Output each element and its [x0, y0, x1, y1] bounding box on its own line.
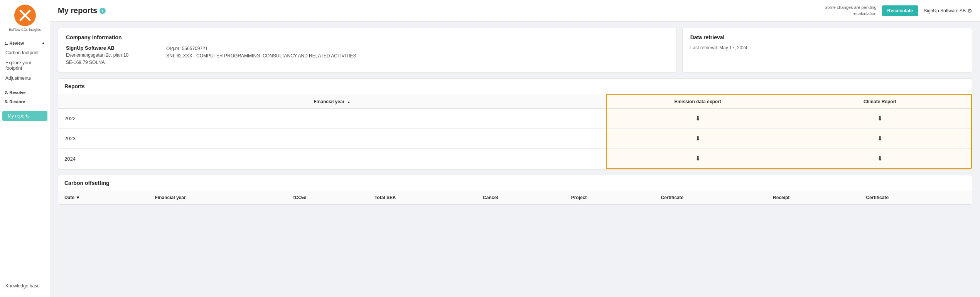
year-cell: 2023 — [58, 129, 606, 149]
page-title: My reports i — [58, 6, 106, 15]
company-address-line1: Evenemangsgatan 2c, plan 10 — [66, 52, 151, 59]
data-retrieval-card: Data retrieval Last retrieval: May 17, 2… — [682, 28, 972, 73]
carbon-offsetting-section: Carbon offsetting Date ▼Financial yeartC… — [58, 175, 972, 205]
sidebar-item-explore-footprint[interactable]: Explore your footprint — [0, 58, 50, 73]
retrieval-date: Last retrieval: May 17, 2024 — [690, 45, 964, 50]
offsetting-col-5: Project — [565, 191, 655, 205]
emission-download-button[interactable]: ⬇ — [692, 153, 703, 164]
review-chevron: ▲ — [41, 41, 45, 45]
offsetting-col-6: Certificate — [655, 191, 767, 205]
table-row: 2022 ⬇ ⬇ — [58, 109, 972, 129]
info-icon[interactable]: i — [100, 8, 106, 14]
app-logo[interactable] — [14, 5, 36, 26]
cards-row: Company information SignUp Software AB E… — [58, 28, 972, 73]
company-info-right: Org.nr: 5565709721 SNI: 62.XXX - COMPUTE… — [166, 45, 356, 66]
col-header-climate-report: Climate Report — [789, 95, 972, 109]
reports-section: Reports Financial year ▲ Emission data e… — [58, 78, 972, 169]
user-info: SignUp Software AB ⚙ — [924, 8, 972, 14]
reports-table: Financial year ▲ Emission data export Cl… — [58, 94, 972, 169]
climate-download-button[interactable]: ⬇ — [874, 113, 886, 124]
offsetting-table: Date ▼Financial yeartCO₂eTotal SEKCancel… — [58, 191, 972, 205]
main-content: My reports i Some changes are pending re… — [50, 0, 980, 297]
climate-report-cell: ⬇ — [789, 129, 972, 149]
company-info-card: Company information SignUp Software AB E… — [58, 28, 677, 73]
climate-report-cell: ⬇ — [789, 149, 972, 169]
company-sni: SNI: 62.XXX - COMPUTER PROGRAMMING, CONS… — [166, 52, 356, 60]
col-header-emission-export: Emission data export — [606, 95, 789, 109]
gear-icon[interactable]: ⚙ — [967, 8, 972, 14]
reports-section-header: Reports — [58, 79, 972, 94]
reports-table-wrapper: Financial year ▲ Emission data export Cl… — [58, 94, 972, 169]
company-info-left: SignUp Software AB Evenemangsgatan 2c, p… — [66, 45, 151, 66]
climate-report-cell: ⬇ — [789, 109, 972, 129]
company-address-line2: SE-169 79 SOLNA — [66, 59, 151, 66]
year-cell: 2022 — [58, 109, 606, 129]
offsetting-col-7: Receipt — [767, 191, 860, 205]
sidebar: ExFlow CO₂ Insights 1. Review ▲ Carbon f… — [0, 0, 50, 297]
content-area: Company information SignUp Software AB E… — [50, 22, 980, 211]
section-restore[interactable]: 3. Restore — [0, 97, 50, 106]
offsetting-col-3: Total SEK — [368, 191, 477, 205]
company-info-title: Company information — [66, 34, 669, 40]
year-cell: 2024 — [58, 149, 606, 169]
table-row: 2023 ⬇ ⬇ — [58, 129, 972, 149]
company-info-grid: SignUp Software AB Evenemangsgatan 2c, p… — [66, 45, 669, 66]
app-brand: ExFlow CO₂ Insights — [9, 28, 41, 32]
section-resolve[interactable]: 2. Resolve — [0, 88, 50, 97]
header-right: Some changes are pending recalculation R… — [825, 5, 972, 17]
pending-text: Some changes are pending recalculation — [825, 5, 877, 17]
emission-export-cell: ⬇ — [606, 109, 789, 129]
recalculate-button[interactable]: Recalculate — [882, 5, 919, 16]
offsetting-col-8: Certificate — [860, 191, 972, 205]
col-header-financial-year: Financial year ▲ — [58, 95, 606, 109]
sidebar-item-carbon-footprint[interactable]: Carbon footprint — [0, 48, 50, 58]
sort-icon-financial-year: ▲ — [347, 100, 351, 104]
table-row: 2024 ⬇ ⬇ — [58, 149, 972, 169]
emission-export-cell: ⬇ — [606, 129, 789, 149]
offsetting-col-4: Cancel — [477, 191, 565, 205]
offsetting-col-0[interactable]: Date ▼ — [58, 191, 149, 205]
emission-export-cell: ⬇ — [606, 149, 789, 169]
company-orgnr: Org.nr: 5565709721 — [166, 45, 356, 52]
sidebar-item-knowledge-base[interactable]: Knowledge base — [0, 281, 50, 291]
climate-download-button[interactable]: ⬇ — [874, 153, 886, 164]
company-name: SignUp Software AB — [66, 45, 151, 51]
sidebar-item-my-reports[interactable]: My reports — [2, 111, 47, 121]
climate-download-button[interactable]: ⬇ — [874, 133, 886, 144]
offsetting-col-1: Financial year — [149, 191, 287, 205]
emission-download-button[interactable]: ⬇ — [692, 113, 703, 124]
carbon-offsetting-header: Carbon offsetting — [58, 175, 972, 191]
data-retrieval-title: Data retrieval — [690, 34, 964, 40]
offsetting-col-2: tCO₂e — [287, 191, 368, 205]
section-review[interactable]: 1. Review ▲ — [0, 39, 50, 48]
top-header: My reports i Some changes are pending re… — [50, 0, 980, 22]
emission-download-button[interactable]: ⬇ — [692, 133, 703, 144]
sidebar-item-adjustments[interactable]: Adjustments — [0, 73, 50, 83]
